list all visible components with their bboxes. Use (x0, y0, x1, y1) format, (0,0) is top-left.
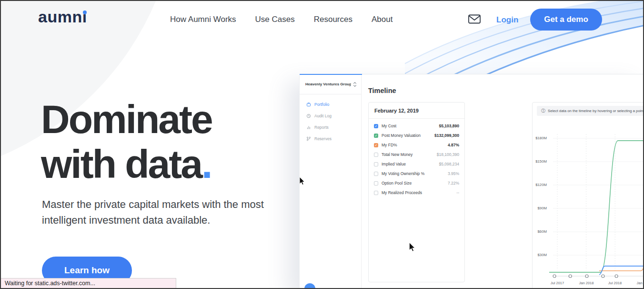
sidebar-item-label: Reports (314, 125, 329, 130)
mouse-cursor (409, 242, 415, 252)
x-axis-tick-label: Jan 2019 (632, 281, 644, 285)
main-nav: How Aumni Works Use Cases Resources Abou… (170, 15, 392, 24)
metric-label: My Realized Proceeds (382, 190, 422, 195)
nav-how-aumni-works[interactable]: How Aumni Works (170, 15, 236, 24)
mail-icon (468, 14, 481, 24)
timeline-chart-card: ⓘ Select data on the timeline by hoverin… (532, 102, 644, 289)
portfolio-icon (306, 102, 311, 107)
logo-text: aumni (38, 8, 87, 26)
metric-label: Implied Value (382, 162, 406, 166)
logo-dot-icon (83, 10, 87, 14)
nav-about[interactable]: About (372, 15, 392, 24)
metric-checkbox[interactable] (374, 191, 378, 195)
y-axis-tick-label: $60M (533, 229, 547, 234)
hero-subtitle: Master the private capital markets with … (42, 196, 286, 228)
sidebar-item-reserves[interactable]: Reserves (300, 133, 361, 144)
y-axis-tick-label: $90M (533, 206, 547, 210)
metric-label: My FD% (382, 143, 397, 147)
chart-hint-banner: ⓘ Select data on the timeline by hoverin… (537, 106, 644, 116)
metric-row-implied-value[interactable]: Implied Value $5,098,234 (369, 159, 464, 169)
metric-checkbox[interactable] (374, 153, 378, 157)
metric-label: Post Money Valuation (382, 133, 421, 138)
nav-resources[interactable]: Resources (314, 15, 352, 24)
product-demo-panel: Heavenly Ventures Group I Portfolio (299, 74, 644, 289)
sidebar-avatar-button[interactable] (304, 283, 315, 289)
y-axis-tick-label: $30M (533, 253, 547, 257)
sidebar-menu: Portfolio Audit Log Reports (300, 94, 361, 144)
sidebar-item-label: Audit Log (314, 114, 332, 118)
x-axis-tick-label: Jul 2017 (545, 281, 569, 285)
page: aumni How Aumni Works Use Cases Resource… (0, 0, 644, 289)
fund-selector-value: Heavenly Ventures Group I (305, 82, 351, 86)
hero-title-accent-period: . (201, 142, 211, 186)
hero-title: Dominatewith data. (41, 97, 212, 186)
sidebar-item-portfolio[interactable]: Portfolio (300, 99, 361, 110)
app-sidebar: Heavenly Ventures Group I Portfolio (300, 74, 362, 289)
sidebar-item-reports[interactable]: Reports (300, 122, 361, 133)
sidebar-item-audit-log[interactable]: Audit Log (300, 110, 361, 122)
y-axis-tick-label: $120M (533, 183, 547, 187)
metric-row-my-cost[interactable]: ✓ My Cost $5,103,890 (369, 121, 464, 131)
metric-row-total-new-money[interactable]: Total New Money $18,100,390 (369, 150, 464, 159)
y-axis-tick-label: $150M (533, 159, 547, 164)
metric-label: My Voting Ownership % (382, 171, 424, 176)
timeline-detail-card: February 12, 2019 ✓ My Cost $5,103,890 ✓… (368, 102, 465, 282)
get-a-demo-button[interactable]: Get a demo (530, 9, 602, 31)
metric-row-option-pool-size[interactable]: Option Pool Size 7.22% (369, 178, 464, 188)
sidebar-item-label: Portfolio (314, 102, 329, 107)
sidebar-item-label: Reserves (314, 136, 332, 141)
metric-value: $132,099,300 (434, 133, 459, 138)
metric-row-my-realized-proceeds[interactable]: My Realized Proceeds -- (369, 188, 464, 197)
mouse-cursor (299, 176, 305, 186)
login-link[interactable]: Login (496, 15, 518, 25)
metric-checkbox[interactable]: ✓ (374, 143, 378, 147)
app-main: Timeline February 12, 2019 ✓ My Cost $5,… (362, 74, 644, 289)
hero-title-line-1: Dominate (41, 97, 212, 142)
metric-value: -- (456, 190, 459, 195)
detail-card-date: February 12, 2019 (369, 103, 464, 119)
y-axis-tick-label: $180M (533, 136, 547, 140)
metric-value: $5,098,234 (439, 162, 459, 166)
hero-title-line-2: with data (41, 142, 201, 186)
metric-rows: ✓ My Cost $5,103,890 ✓ Post Money Valuat… (369, 119, 464, 197)
x-axis-tick-label: Jan 2018 (574, 281, 598, 285)
sidebar-accent-bar (300, 74, 362, 75)
timeline-chart-plot[interactable] (549, 122, 644, 279)
metric-label: Option Pool Size (382, 181, 412, 186)
logo[interactable]: aumni (38, 9, 87, 25)
metric-row-post-money-valuation[interactable]: ✓ Post Money Valuation $132,099,300 (369, 131, 464, 140)
reserves-icon (306, 136, 311, 141)
metric-row-my-voting-ownership[interactable]: My Voting Ownership % 3.95% (369, 169, 464, 178)
metric-checkbox[interactable] (374, 181, 378, 186)
chevron-up-down-icon (353, 82, 357, 87)
metric-value: 7.22% (448, 181, 459, 186)
metric-label: Total New Money (382, 152, 413, 157)
browser-status-text: Waiting for static.ads-twitter.com... (5, 280, 95, 287)
metric-label: My Cost (382, 124, 396, 128)
metric-checkbox[interactable]: ✓ (374, 134, 378, 138)
nav-use-cases[interactable]: Use Cases (255, 15, 295, 24)
info-icon: ⓘ (541, 108, 545, 114)
metric-checkbox[interactable] (374, 162, 378, 166)
contact-mail-button[interactable] (468, 14, 482, 25)
metric-value: 3.95% (448, 171, 459, 176)
metric-checkbox[interactable]: ✓ (374, 124, 378, 128)
browser-status-bar: Waiting for static.ads-twitter.com... (1, 278, 176, 288)
fund-selector-dropdown[interactable]: Heavenly Ventures Group I (300, 74, 361, 94)
site-header: aumni How Aumni Works Use Cases Resource… (0, 0, 644, 41)
metric-value: 4.87% (448, 143, 459, 147)
metric-checkbox[interactable] (374, 172, 378, 176)
metric-value: $5,103,890 (439, 124, 459, 128)
audit-log-icon (306, 114, 311, 118)
chart-hint-text: Select data on the timeline by hovering … (548, 109, 644, 113)
reports-icon (306, 125, 311, 130)
metric-row-my-fd-percent[interactable]: ✓ My FD% 4.87% (369, 140, 464, 150)
app-page-title: Timeline (368, 87, 396, 94)
metric-value: $18,100,390 (437, 152, 459, 157)
x-axis-tick-label: Jul 2018 (603, 281, 627, 285)
